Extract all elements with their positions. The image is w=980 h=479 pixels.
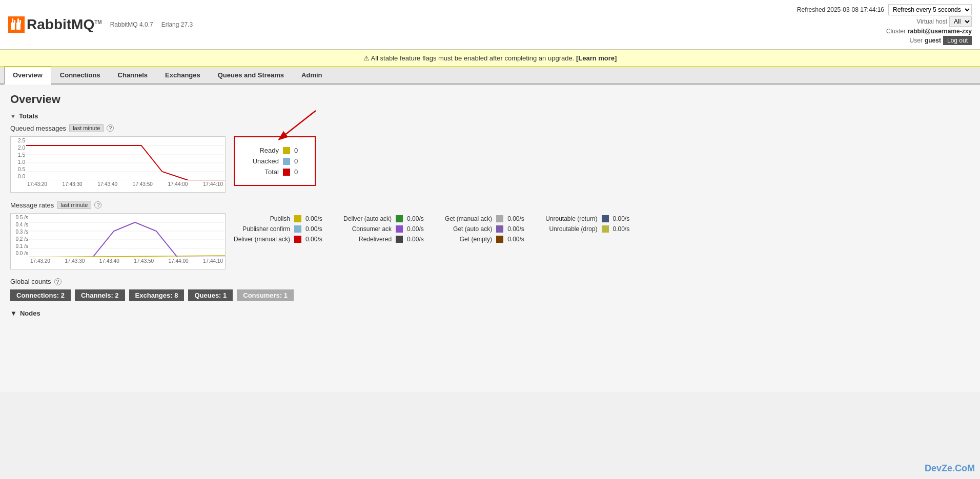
rate-deliver-manual: Deliver (manual ack) 0.00/s [234, 236, 331, 243]
header: RabbitMQTM RabbitMQ 4.0.7 Erlang 27.3 Re… [0, 0, 980, 50]
page-title: Overview [10, 93, 970, 106]
svg-rect-1 [12, 18, 13, 24]
time-badge: last minute [69, 124, 104, 132]
queued-chart-row: 2.5 2.0 1.5 1.0 0.5 0.0 [10, 136, 970, 193]
rates-table: Publish 0.00/s Publisher confirm 0.00/s … [234, 213, 639, 243]
legend-ready: Ready 0 [245, 147, 304, 154]
queued-chart: 2.5 2.0 1.5 1.0 0.5 0.0 [10, 136, 226, 193]
main-content: Overview ▼ Totals Queued messages last m… [0, 85, 980, 392]
queued-messages-title: Queued messages last minute ? [10, 124, 970, 132]
nav-tabs: Overview Connections Channels Exchanges … [0, 67, 980, 85]
counts-row: Connections: 2 Channels: 2 Exchanges: 8 … [10, 289, 970, 301]
rates-chart-row: 0.5 /s 0.4 /s 0.3 /s 0.2 /s 0.1 /s 0.0 /… [10, 213, 970, 269]
help-icon-queued[interactable]: ? [107, 124, 114, 132]
rate-deliver-auto: Deliver (auto ack) 0.00/s [343, 215, 433, 222]
logo-tm: TM [94, 19, 101, 25]
rabbit-icon [8, 16, 25, 33]
logout-button[interactable]: Log out [943, 36, 972, 45]
help-icon-rates[interactable]: ? [94, 201, 101, 209]
publish-color [294, 215, 301, 222]
get-empty-color [496, 236, 503, 243]
consumer-ack-color [396, 225, 403, 233]
header-right: Refreshed 2025-03-08 17:44:16 Refresh ev… [797, 4, 972, 45]
publisher-confirm-color [294, 225, 301, 233]
rates-time-badge: last minute [57, 201, 91, 209]
tab-channels[interactable]: Channels [109, 67, 157, 84]
tab-queues[interactable]: Queues and Streams [209, 67, 293, 84]
logo-area: RabbitMQTM RabbitMQ 4.0.7 Erlang 27.3 [8, 16, 193, 33]
erlang-info: Erlang 27.3 [161, 21, 193, 28]
refreshed-text: Refreshed 2025-03-08 17:44:16 [797, 6, 884, 13]
logo-text: RabbitMQTM [27, 16, 102, 33]
cluster-value: rabbit@username-zxy [908, 28, 972, 35]
version-info: RabbitMQ 4.0.7 [110, 21, 153, 28]
totals-header: ▼ Totals [10, 112, 970, 120]
rate-get-auto: Get (auto ack) 0.00/s [445, 225, 533, 233]
rates-col-2: Deliver (auto ack) 0.00/s Consumer ack 0… [343, 215, 433, 243]
total-value: 0 [294, 168, 304, 176]
rates-col-4: Unroutable (return) 0.00/s Unroutable (d… [545, 215, 638, 233]
global-counts-section: Global counts ? Connections: 2 Channels:… [10, 278, 970, 301]
rate-publisher-confirm: Publisher confirm 0.00/s [234, 225, 331, 233]
get-auto-color [496, 225, 503, 233]
help-icon-global[interactable]: ? [54, 278, 62, 285]
unacked-color-swatch [283, 158, 290, 165]
message-rates-title: Message rates last minute ? [10, 201, 970, 209]
global-counts-title: Global counts ? [10, 278, 970, 285]
rate-unroutable-drop: Unroutable (drop) 0.00/s [545, 225, 638, 233]
rate-publish: Publish 0.00/s [234, 215, 331, 222]
legend-total: Total 0 [245, 168, 304, 176]
total-color-swatch [283, 169, 290, 176]
queued-messages-section: Queued messages last minute ? 2.5 2.0 1.… [10, 124, 970, 193]
tab-exchanges[interactable]: Exchanges [156, 67, 209, 84]
get-manual-color [496, 215, 503, 222]
rate-redelivered: Redelivered 0.00/s [343, 236, 433, 243]
redelivered-color [396, 236, 403, 243]
svg-rect-5 [19, 20, 21, 24]
tab-admin[interactable]: Admin [293, 67, 331, 84]
count-connections: Connections: 2 [10, 289, 71, 301]
svg-rect-0 [11, 23, 15, 30]
legend-unacked: Unacked 0 [245, 157, 304, 165]
red-arrow-annotation [264, 108, 326, 144]
cluster-row: Cluster rabbit@username-zxy [886, 28, 972, 35]
virtual-host-label: Virtual host [916, 18, 947, 25]
totals-title: Totals [19, 112, 38, 120]
user-value: guest [925, 37, 941, 44]
ready-value: 0 [294, 147, 304, 154]
tab-connections[interactable]: Connections [51, 67, 109, 84]
svg-rect-2 [14, 20, 15, 24]
tab-overview[interactable]: Overview [4, 67, 51, 85]
unroutable-return-color [602, 215, 609, 222]
count-queues: Queues: 1 [188, 289, 233, 301]
user-label: User [910, 37, 923, 44]
rates-chart: 0.5 /s 0.4 /s 0.3 /s 0.2 /s 0.1 /s 0.0 /… [10, 213, 226, 269]
svg-rect-4 [17, 18, 19, 24]
deliver-auto-color [396, 215, 403, 222]
rate-unroutable-return: Unroutable (return) 0.00/s [545, 215, 638, 222]
nodes-collapse[interactable]: ▼ Nodes [10, 309, 970, 317]
refresh-select[interactable]: Refresh every 5 seconds [888, 4, 972, 15]
unroutable-drop-color [602, 225, 609, 233]
rate-get-empty: Get (empty) 0.00/s [445, 236, 533, 243]
warning-banner: ⚠ All stable feature flags must be enabl… [0, 50, 980, 67]
count-consumers: Consumers: 1 [237, 289, 294, 301]
deliver-manual-color [294, 236, 301, 243]
rate-consumer-ack: Consumer ack 0.00/s [343, 225, 433, 233]
user-row: User guest Log out [910, 36, 972, 45]
nodes-arrow: ▼ [10, 309, 17, 317]
count-exchanges: Exchanges: 8 [129, 289, 185, 301]
warning-text: ⚠ All stable feature flags must be enabl… [363, 54, 575, 62]
virtual-host-select[interactable]: All [949, 16, 972, 27]
svg-rect-3 [16, 23, 21, 30]
rates-col-1: Publish 0.00/s Publisher confirm 0.00/s … [234, 215, 331, 243]
total-label: Total [248, 168, 279, 176]
learn-more-link[interactable]: [Learn more] [576, 54, 617, 62]
rates-col-3: Get (manual ack) 0.00/s Get (auto ack) 0… [445, 215, 533, 243]
unacked-label: Unacked [248, 157, 279, 165]
nodes-section: ▼ Nodes [10, 309, 970, 317]
header-top-row: Refreshed 2025-03-08 17:44:16 Refresh ev… [797, 4, 972, 15]
totals-section: ▼ Totals Queued messages last minute ? 2… [10, 112, 970, 269]
count-channels: Channels: 2 [75, 289, 125, 301]
logo: RabbitMQTM [8, 16, 102, 33]
